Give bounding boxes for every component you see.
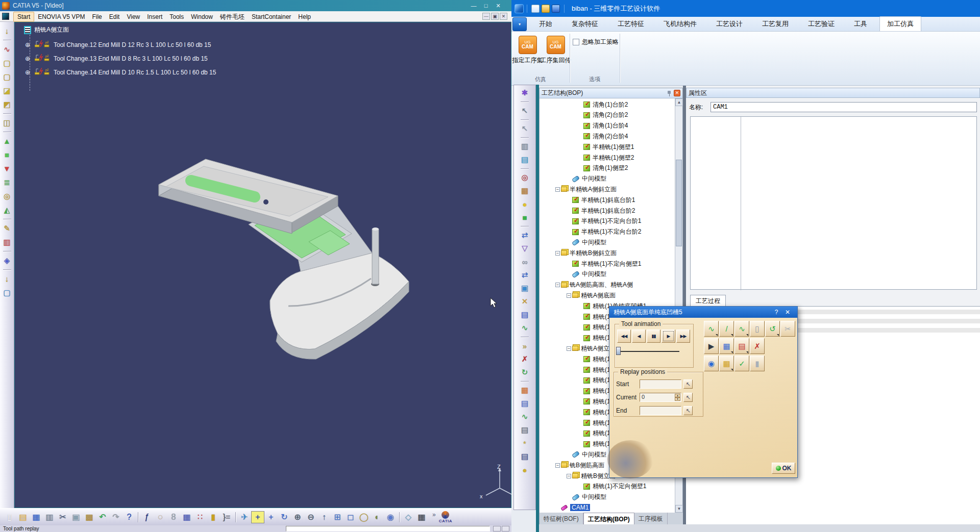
feature-diamond-icon[interactable]: ◈ — [2, 254, 13, 267]
tree-item[interactable]: −铣B侧筋高面 — [555, 460, 604, 470]
pencil-operation-icon[interactable]: ✎ — [2, 221, 13, 235]
tree-item[interactable]: 精铣(1) — [578, 375, 612, 386]
tree-item[interactable]: 精铣(1) — [578, 365, 612, 375]
undo-icon[interactable]: ↶ — [96, 511, 109, 523]
tool-gold-icon[interactable]: * — [519, 437, 530, 450]
ok-button[interactable]: OK — [772, 463, 795, 474]
paste-icon[interactable]: ▩ — [83, 511, 96, 523]
select-cursor-icon[interactable]: ↖ — [519, 122, 530, 135]
constraints-icon[interactable]: }= — [220, 511, 233, 523]
collapse-icon[interactable]: − — [567, 474, 571, 478]
roughing-icon[interactable]: ▲ — [2, 134, 13, 148]
tree-item[interactable]: 精铣(1) — [578, 428, 612, 439]
list-shield-icon[interactable]: ▤ — [519, 397, 530, 410]
dialog-help-icon[interactable]: ? — [771, 309, 782, 316]
facing-icon[interactable]: ◪ — [2, 84, 13, 97]
print-icon[interactable]: ▥ — [43, 511, 56, 523]
collapse-icon[interactable]: − — [555, 187, 560, 192]
new-file-icon[interactable]: ▯ — [3, 511, 16, 523]
collapse-icon[interactable]: − — [567, 293, 571, 298]
expand-node-icon[interactable]: ⊕ — [25, 69, 32, 76]
pillar-machining-icon[interactable]: ▥ — [2, 235, 13, 249]
spec-tree-node[interactable]: ⊕Tool Change.13 End Mill D 8 Rc 3 L 100 … — [25, 54, 208, 63]
play-button[interactable]: ▶ — [662, 330, 675, 343]
redo-icon[interactable]: ↷ — [109, 511, 122, 523]
spec-tree-node[interactable]: ⊕Tool Change.12 End Mill D 12 Rc 3 L 100… — [25, 40, 211, 49]
associativity-blocks-icon[interactable]: ▦ — [719, 356, 734, 371]
help-cursor-icon[interactable]: ? — [122, 511, 136, 523]
formula-icon[interactable]: ƒ — [140, 511, 154, 523]
open-document-icon[interactable] — [542, 5, 550, 13]
tree-item[interactable]: 半精铣(1)斜底台阶2 — [567, 206, 635, 216]
ribbon-tab-9[interactable]: 加工仿真 — [879, 16, 921, 31]
tree-item[interactable]: −精铣A侧立面 — [567, 343, 616, 353]
menu-item-9[interactable]: 铸件毛坯 — [216, 12, 248, 21]
bolt-refresh-icon[interactable]: ↻ — [519, 366, 530, 379]
tree-item[interactable]: −半精铣B侧斜立面 — [555, 248, 617, 258]
pause-button[interactable]: ▮▮ — [647, 330, 660, 343]
tree-item[interactable]: 半精铣(1)斜底台阶1 — [567, 195, 635, 205]
multi-view-icon[interactable]: ⊞ — [331, 511, 344, 523]
funnel-blocks-icon[interactable]: ▽ — [519, 242, 530, 255]
process-tab[interactable]: 工艺过程 — [690, 295, 726, 306]
ignore-strategy-checkbox[interactable]: 忽略加工策略 — [573, 38, 619, 46]
gear-cursor-icon[interactable]: ↖ — [519, 104, 530, 117]
tree-bottom-tab-2[interactable]: 工艺结构(BOP) — [583, 513, 634, 525]
tree-item[interactable]: 中间模型 — [567, 174, 606, 184]
tree-item[interactable]: 精铣(1) — [578, 354, 612, 364]
photo-camera-icon[interactable]: ◉ — [704, 356, 719, 371]
mdi-close-button[interactable]: ✕ — [500, 13, 507, 20]
tree-item[interactable]: 精铣(1)不定向侧壁1 — [578, 482, 646, 492]
tree-item[interactable]: 精铣(1) — [578, 333, 612, 343]
collapse-icon[interactable]: − — [555, 283, 560, 287]
eraser-icon[interactable]: ◇ — [402, 511, 415, 523]
tree-item[interactable]: 中间模型 — [567, 237, 606, 247]
name-input[interactable]: CAM1 — [710, 102, 977, 112]
film-icon[interactable]: ▤ — [519, 450, 530, 463]
new-document-icon[interactable] — [531, 5, 540, 13]
tree-item[interactable]: 半精铣(1)侧壁1 — [578, 142, 634, 152]
ribbon-tab-8[interactable]: 工具 — [847, 17, 874, 31]
skip-to-end-button[interactable]: ▶▶ — [676, 330, 690, 343]
iso-view-icon[interactable]: ◻ — [344, 511, 357, 523]
render-material-icon[interactable]: ◉ — [384, 511, 397, 523]
green-block-icon[interactable]: ■ — [519, 211, 530, 224]
skip-to-start-button[interactable]: ◀◀ — [617, 330, 631, 343]
opset-return-button[interactable]: UG CAM 工序集回传 — [542, 34, 570, 75]
toolpath-line-icon[interactable]: / — [719, 321, 734, 337]
start-input[interactable] — [640, 379, 681, 389]
ribbon-tab-2[interactable]: 复杂特征 — [565, 17, 605, 31]
zoom-in-icon[interactable]: ⊕ — [291, 511, 304, 523]
material-removal-icon[interactable]: ▯ — [750, 321, 765, 337]
link-icon[interactable]: 8 — [167, 511, 180, 523]
status-box-1[interactable] — [493, 526, 501, 531]
mdi-document-icon[interactable] — [2, 13, 9, 20]
tree-item[interactable]: 清角(1)台阶4 — [578, 121, 628, 131]
animation-slider-thumb[interactable] — [616, 347, 621, 355]
pan-icon[interactable]: + — [264, 511, 278, 523]
pocketing-icon[interactable]: ▢ — [2, 56, 13, 70]
pocketing-open-icon[interactable]: ▢ — [2, 70, 13, 84]
route-shield-icon[interactable]: ∿ — [519, 410, 530, 423]
photo-tools-icon[interactable]: ✂ — [780, 321, 795, 337]
spiral-milling-icon[interactable]: ◎ — [2, 189, 13, 203]
tree-item[interactable]: 清角(2)台阶2 — [578, 110, 628, 120]
tree-item[interactable]: 半精铣(1)不定向台阶2 — [567, 227, 641, 237]
menu-item-1[interactable]: Start — [13, 12, 34, 22]
shield-cam-icon[interactable]: ● — [519, 463, 530, 476]
scroll-down-icon[interactable]: ▼ — [675, 505, 683, 513]
no-simulation-icon[interactable]: ✗ — [750, 338, 765, 354]
panel-close-icon[interactable]: ✕ — [674, 90, 680, 96]
render-style-icon[interactable]: ◯ — [357, 511, 371, 523]
collapse-icon[interactable]: − — [555, 463, 560, 468]
collapse-icon[interactable]: − — [555, 251, 560, 256]
collapse-icon[interactable]: − — [567, 346, 571, 351]
tree-item[interactable]: 清角(1)台阶2 — [578, 99, 628, 110]
end-input[interactable] — [640, 406, 681, 415]
document-icon[interactable]: ▤ — [519, 153, 530, 166]
ribbon-app-button[interactable]: ▾ — [512, 17, 527, 31]
close-button[interactable]: ✕ — [494, 3, 502, 9]
tree-graph-icon[interactable]: ∿ — [519, 321, 530, 335]
multi-level-icon[interactable]: ≣ — [2, 175, 13, 189]
iso-doc-icon[interactable]: ▤ — [519, 308, 530, 321]
